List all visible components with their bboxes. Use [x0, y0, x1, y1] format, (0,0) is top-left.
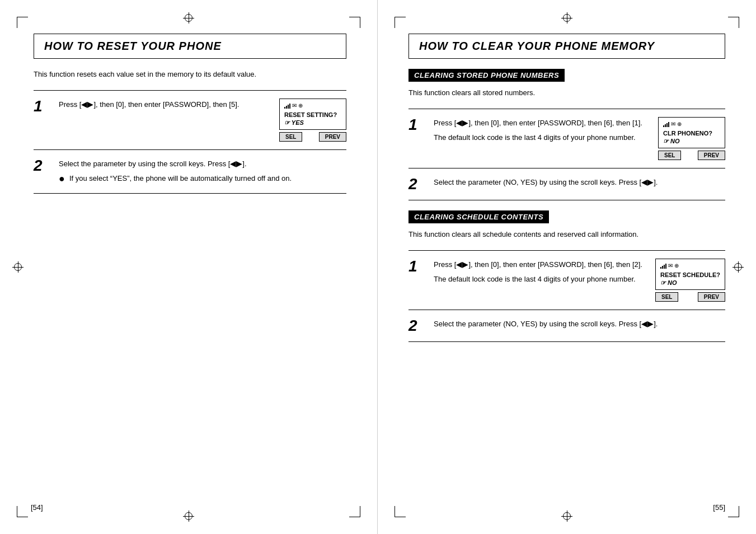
step-2-content: Select the parameter by using the scroll… [59, 158, 346, 185]
step-1-screen: ✉ ⊕ RESET SETTING? ☞ YES [279, 99, 346, 130]
left-page-number: [54] [31, 503, 43, 512]
corner-br [349, 506, 360, 517]
screen-arrow1: ☞ YES [284, 119, 341, 127]
right-step-2-1-content: Press [◀▶], then [0], then enter [PASSWO… [434, 259, 650, 288]
signal-icon-r2 [660, 263, 666, 269]
bullet-icon: ● [59, 173, 65, 185]
right-buttons-1-1: SEL PREV [658, 151, 725, 160]
right-title: HOW TO CLEAR YOUR PHONE MEMORY [419, 40, 715, 53]
envelope-icon-r2: ✉ [668, 262, 673, 270]
reg-cross-left [12, 261, 24, 273]
right-step-2-2-text: Select the parameter (NO, YES) by using … [434, 318, 725, 330]
right-corner-bl [395, 506, 406, 517]
right-screen-1-1-arrow: ☞ NO [663, 137, 720, 145]
sel-btn-r2: SEL [655, 292, 678, 302]
right-step-1-2: 2 Select the parameter (NO, YES) by usin… [408, 168, 725, 200]
right-step-2-1: 1 Press [◀▶], then [0], then enter [PASS… [408, 250, 725, 310]
sub-heading-1: CLEARING STORED PHONE NUMBERS [408, 69, 565, 82]
right-step-2-1-text: Press [◀▶], then [0], then enter [PASSWO… [434, 259, 650, 270]
right-step-1-1: 1 Press [◀▶], then [0], then enter [PASS… [408, 109, 725, 168]
right-step-2-2: 2 Select the parameter (NO, YES) by usin… [408, 310, 725, 342]
right-screen-2-1: ✉ ⊕ RESET SCHEDULE? ☞ NO [655, 259, 725, 291]
screen-line1: RESET SETTING? [284, 111, 341, 119]
left-step-2: 2 Select the parameter by using the scro… [34, 149, 346, 194]
right-step-2-2-content: Select the parameter (NO, YES) by using … [434, 318, 725, 333]
right-step-1-2-text: Select the parameter (NO, YES) by using … [434, 176, 725, 188]
right-screen-2-1-arrow: ☞ NO [660, 279, 720, 287]
step-number-2: 2 [34, 158, 59, 174]
left-title: HOW TO RESET YOUR PHONE [44, 40, 336, 53]
right-corner-tl [395, 17, 406, 28]
step-1-content: Press [◀▶], then [0], then enter [PASSWO… [59, 99, 274, 114]
reg-cross-bottom [183, 510, 194, 522]
page-spread: HOW TO RESET YOUR PHONE This function re… [0, 0, 756, 534]
right-step-1-1-text: Press [◀▶], then [0], then enter [PASSWO… [434, 117, 652, 129]
sel-button: SEL [279, 132, 302, 142]
antenna-icon-r2: ⊕ [674, 262, 679, 270]
corner-bl [17, 506, 28, 517]
bullet-text: If you select “YES”, the phone will be a… [69, 173, 292, 184]
step-1-display: ✉ ⊕ RESET SETTING? ☞ YES SEL PREV [279, 99, 346, 142]
right-step-1-1-content: Press [◀▶], then [0], then enter [PASSWO… [434, 117, 652, 147]
sub-desc-1: This function clears all stored numbers. [408, 87, 725, 99]
left-title-box: HOW TO RESET YOUR PHONE [34, 34, 346, 59]
right-display-2-1: ✉ ⊕ RESET SCHEDULE? ☞ NO SEL PREV [655, 259, 725, 302]
phone-buttons-1: SEL PREV [279, 132, 346, 142]
sub-section-schedule: CLEARING SCHEDULE CONTENTS This function… [408, 210, 725, 342]
step-2-text: Select the parameter by using the scroll… [59, 158, 346, 170]
step-1-text: Press [◀▶], then [0], then enter [PASSWO… [59, 99, 274, 110]
right-buttons-2-1: SEL PREV [655, 292, 725, 302]
right-step-1-2-content: Select the parameter (NO, YES) by using … [434, 176, 725, 191]
corner-tr [349, 17, 360, 28]
prev-button: PREV [319, 132, 346, 142]
left-step-1: 1 Press [◀▶], then [0], then enter [PASS… [34, 90, 346, 150]
right-step-2-1-extra: The default lock code is the last 4 digi… [434, 274, 650, 285]
right-step-num-1-1: 1 [408, 117, 434, 133]
antenna-icon: ⊕ [298, 102, 303, 110]
corner-tl [17, 17, 28, 28]
left-description: This function resets each value set in t… [34, 69, 346, 80]
right-corner-br [728, 506, 739, 517]
reg-cross-top [183, 12, 194, 24]
right-page: HOW TO CLEAR YOUR PHONE MEMORY CLEARING … [378, 0, 756, 534]
right-corner-tr [728, 17, 739, 28]
right-reg-cross-bottom [561, 510, 572, 522]
sel-btn-r1: SEL [658, 151, 681, 160]
right-screen-1-1-line1: CLR PHONENO? [663, 129, 720, 137]
envelope-icon-r1: ✉ [671, 120, 675, 128]
step-2-bullet: ● If you select “YES”, the phone will be… [59, 173, 346, 185]
step-number-1: 1 [34, 99, 59, 114]
right-screen-2-1-line1: RESET SCHEDULE? [660, 271, 720, 279]
right-step-num-1-2: 2 [408, 176, 434, 192]
prev-btn-r2: PREV [698, 292, 725, 302]
right-step-num-2-1: 1 [408, 259, 434, 274]
signal-icon-r1 [663, 121, 669, 127]
right-step-num-2-2: 2 [408, 318, 434, 334]
sub-desc-2: This function clears all schedule conten… [408, 229, 725, 240]
left-page: HOW TO RESET YOUR PHONE This function re… [0, 0, 378, 534]
sub-section-phone-numbers: CLEARING STORED PHONE NUMBERS This funct… [408, 69, 725, 200]
right-display-1-1: ✉ ⊕ CLR PHONENO? ☞ NO SEL PREV [658, 117, 725, 161]
prev-btn-r1: PREV [698, 151, 725, 160]
right-screen-1-1: ✉ ⊕ CLR PHONENO? ☞ NO [658, 117, 725, 149]
right-title-box: HOW TO CLEAR YOUR PHONE MEMORY [408, 34, 725, 59]
right-step-1-1-extra: The default lock code is the last 4 digi… [434, 132, 652, 143]
signal-icon [284, 103, 290, 109]
envelope-icon: ✉ [292, 102, 297, 110]
right-page-number: [55] [713, 503, 725, 512]
right-reg-cross-right [732, 261, 744, 273]
antenna-icon-r1: ⊕ [677, 120, 682, 128]
right-reg-cross-top [561, 12, 572, 24]
sub-heading-2: CLEARING SCHEDULE CONTENTS [408, 210, 549, 223]
